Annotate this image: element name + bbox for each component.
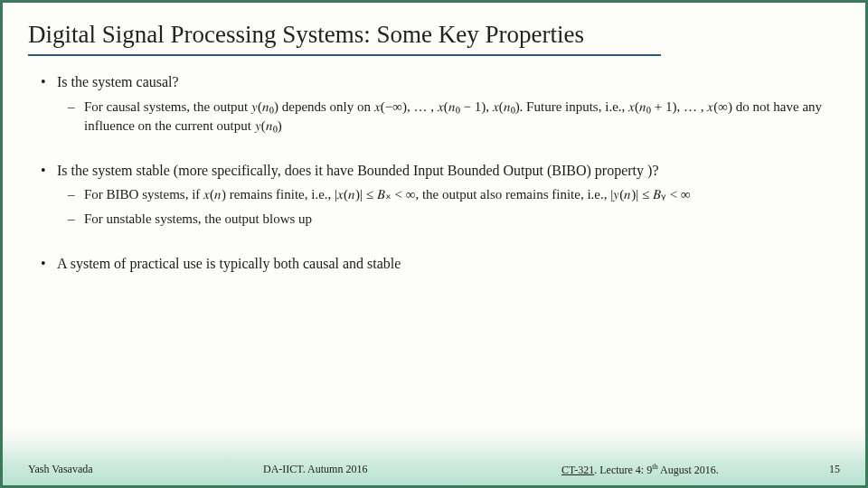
sub-causal-detail: For causal systems, the output 𝑦(𝑛₀) dep… — [68, 98, 840, 136]
footer-lecture: CT-321. Lecture 4: 9th August 2016. — [561, 463, 719, 477]
sub-unstable-detail: For unstable systems, the output blows u… — [68, 210, 840, 229]
bullet-stable-text: Is the system stable (more specifically,… — [57, 163, 658, 178]
footer-course-code: CT-321 — [561, 464, 594, 476]
title-underline — [28, 54, 661, 56]
slide-title: Digital Signal Processing Systems: Some … — [28, 21, 840, 49]
sub-list-stable: For BIBO systems, if 𝑥(𝑛) remains finite… — [57, 185, 840, 229]
footer: Yash Vasavada DA-IICT. Autumn 2016 CT-32… — [28, 463, 840, 476]
footer-institution: DA-IICT. Autumn 2016 — [263, 463, 367, 476]
spacer — [28, 141, 840, 161]
sub-bibo-detail: For BIBO systems, if 𝑥(𝑛) remains finite… — [68, 185, 840, 204]
bullet-stable: Is the system stable (more specifically,… — [41, 161, 840, 230]
bullet-causal-text: Is the system causal? — [57, 74, 179, 89]
footer-author: Yash Vasavada — [28, 463, 93, 476]
footer-lecture-suffix: August 2016. — [658, 464, 719, 476]
slide: Digital Signal Processing Systems: Some … — [0, 0, 868, 488]
bullet-list-2: Is the system stable (more specifically,… — [28, 161, 840, 230]
footer-page-number: 15 — [829, 463, 840, 476]
bullet-causal: Is the system causal? For causal systems… — [41, 72, 840, 136]
sub-list-causal: For causal systems, the output 𝑦(𝑛₀) dep… — [57, 98, 840, 136]
bullet-list-3: A system of practical use is typically b… — [28, 254, 840, 274]
footer-lecture-prefix: . Lecture 4: 9 — [594, 464, 652, 476]
spacer-2 — [28, 234, 840, 254]
bullet-practical: A system of practical use is typically b… — [41, 254, 840, 274]
bullet-list: Is the system causal? For causal systems… — [28, 72, 840, 136]
